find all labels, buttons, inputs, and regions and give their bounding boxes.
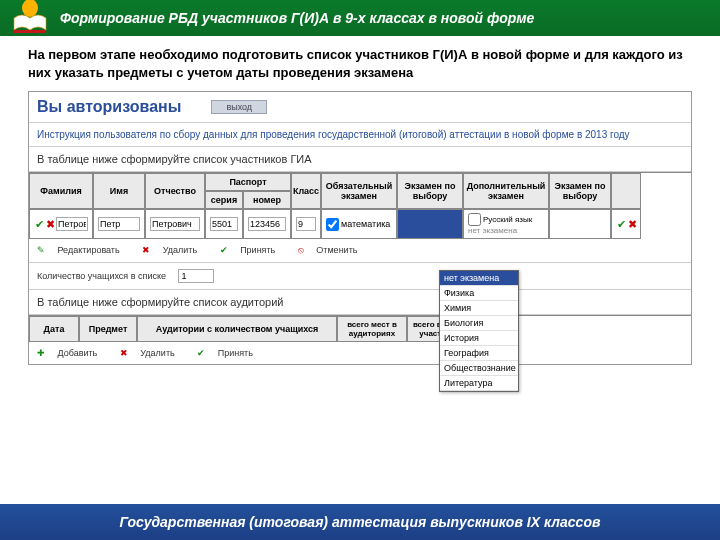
class-input[interactable] bbox=[296, 217, 316, 231]
dropdown-option[interactable]: Литература bbox=[440, 376, 518, 391]
rus-check[interactable] bbox=[468, 213, 481, 226]
table2-actions: ✚ Добавить ✖ Удалить ✔ Принять bbox=[29, 342, 691, 364]
class-cell bbox=[291, 209, 321, 239]
col-passport: Паспорт bbox=[205, 173, 291, 191]
col-series: серия bbox=[205, 191, 243, 209]
table1-actions: ✎ Редактировать ✖ Удалить ✔ Принять ⦸ От… bbox=[29, 239, 691, 263]
dropdown-option[interactable]: нет экзамена bbox=[440, 271, 518, 286]
count-label: Количество учащихся в списке bbox=[37, 271, 166, 281]
col-name: Имя bbox=[93, 173, 145, 209]
number-input[interactable] bbox=[248, 217, 286, 231]
title-bar: Формирование РБД участников Г(И)А в 9-х … bbox=[0, 0, 720, 36]
table2-caption: В таблице ниже сформируйте список аудито… bbox=[29, 290, 691, 315]
reject-icon[interactable]: ✖ bbox=[46, 218, 55, 231]
count-row: Количество учащихся в списке bbox=[29, 263, 691, 290]
dropdown-option[interactable]: Физика bbox=[440, 286, 518, 301]
col-surname: Фамилия bbox=[29, 173, 93, 209]
auth-bar: Вы авторизованы выход bbox=[29, 92, 691, 123]
exam-req-check[interactable] bbox=[326, 218, 339, 231]
accept2-button[interactable]: ✔ Принять bbox=[197, 348, 263, 358]
row-icons: ✔✖ bbox=[29, 209, 93, 239]
exam-choice2-cell[interactable] bbox=[549, 209, 611, 239]
dropdown-option[interactable]: История bbox=[440, 331, 518, 346]
surname-input[interactable] bbox=[56, 217, 88, 231]
exit-button[interactable]: выход bbox=[211, 100, 267, 114]
col-class: Класс bbox=[291, 173, 321, 209]
exam-add-cell: Русский язык нет экзамена bbox=[463, 209, 549, 239]
dropdown-option[interactable]: География bbox=[440, 346, 518, 361]
table1-caption: В таблице ниже сформируйте список участн… bbox=[29, 147, 691, 172]
dropdown-option[interactable]: Обществознание bbox=[440, 361, 518, 376]
row-accept-icon[interactable]: ✔ bbox=[617, 218, 626, 231]
col-number: номер bbox=[243, 191, 291, 209]
dropdown-option[interactable]: Химия bbox=[440, 301, 518, 316]
col-subject: Предмет bbox=[79, 316, 137, 342]
series-input[interactable] bbox=[210, 217, 238, 231]
col-exam-req: Обязательный экзамен bbox=[321, 173, 397, 209]
exam-choice-dropdown[interactable]: нет экзамена Физика Химия Биология Истор… bbox=[439, 270, 519, 392]
delete2-button[interactable]: ✖ Удалить bbox=[120, 348, 185, 358]
patronymic-input[interactable] bbox=[150, 217, 200, 231]
exam-choice-cell[interactable] bbox=[397, 209, 463, 239]
col-patronymic: Отчество bbox=[145, 173, 205, 209]
svg-point-0 bbox=[22, 0, 38, 17]
series-cell bbox=[205, 209, 243, 239]
patr-cell bbox=[145, 209, 205, 239]
info-line: Инструкция пользователя по сбору данных … bbox=[29, 123, 691, 147]
row-actions: ✔✖ bbox=[611, 209, 641, 239]
col-exam-choice: Экзамен по выбору bbox=[397, 173, 463, 209]
count-field[interactable] bbox=[178, 269, 214, 283]
row-delete-icon[interactable]: ✖ bbox=[628, 218, 637, 231]
col-places: всего мест в аудиториях bbox=[337, 316, 407, 342]
instruction-text: На первом этапе необходимо подготовить с… bbox=[0, 36, 720, 91]
delete-button[interactable]: ✖ Удалить bbox=[142, 245, 207, 255]
app-window: Вы авторизованы выход Инструкция пользов… bbox=[28, 91, 692, 365]
col-actions bbox=[611, 173, 641, 209]
col-exam-choice2: Экзамен по выбору bbox=[549, 173, 611, 209]
footer-bar: Государственная (итоговая) аттестация вы… bbox=[0, 504, 720, 540]
col-aud: Аудитории с количеством учащихся bbox=[137, 316, 337, 342]
dropdown-option[interactable]: Биология bbox=[440, 316, 518, 331]
auth-label: Вы авторизованы bbox=[37, 98, 211, 116]
exam-req-label: математика bbox=[341, 219, 390, 229]
page-title: Формирование РБД участников Г(И)А в 9-х … bbox=[60, 10, 534, 26]
participants-table: Фамилия Имя Отчество Паспорт Класс Обяза… bbox=[29, 172, 691, 239]
rooms-table: Дата Предмет Аудитории с количеством уча… bbox=[29, 315, 691, 342]
book-icon bbox=[10, 0, 50, 36]
col-exam-add: Дополнительный экзамен bbox=[463, 173, 549, 209]
accept-button[interactable]: ✔ Принять bbox=[220, 245, 286, 255]
number-cell bbox=[243, 209, 291, 239]
cancel-button[interactable]: ⦸ Отменить bbox=[298, 245, 368, 255]
name-cell bbox=[93, 209, 145, 239]
accept-icon[interactable]: ✔ bbox=[35, 218, 44, 231]
exam-req-cell: математика bbox=[321, 209, 397, 239]
add-button[interactable]: ✚ Добавить bbox=[37, 348, 107, 358]
col-date: Дата bbox=[29, 316, 79, 342]
edit-button[interactable]: ✎ Редактировать bbox=[37, 245, 130, 255]
name-input[interactable] bbox=[98, 217, 140, 231]
